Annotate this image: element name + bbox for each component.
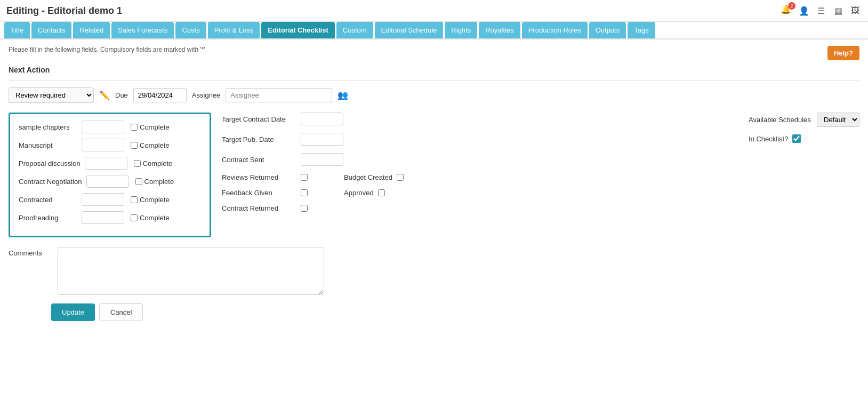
page-title: Editing - Editorial demo 1: [6, 5, 122, 17]
comments-label: Comments: [9, 249, 51, 257]
checklist-item-label: Contract Negotiation: [19, 178, 82, 186]
checklist-complete-label: Complete: [143, 159, 173, 167]
checklist-complete-checkbox[interactable]: [135, 178, 142, 185]
next-action-row: Review required Pending Complete ✏️ Due …: [9, 87, 859, 103]
tab-costs[interactable]: Costs: [175, 22, 206, 38]
target-pub-date-input[interactable]: [301, 133, 343, 146]
contract-sent-input[interactable]: [301, 153, 343, 166]
tab-outputs[interactable]: Outputs: [589, 22, 626, 38]
tab-title[interactable]: Title: [4, 22, 30, 38]
due-label: Due: [115, 91, 128, 99]
status-select[interactable]: Review required Pending Complete: [9, 87, 94, 103]
list-view-icon[interactable]: ☰: [815, 4, 827, 17]
checklist-complete-checkbox[interactable]: [131, 196, 138, 203]
feedback-given-label: Feedback Given: [222, 189, 296, 197]
cancel-button[interactable]: Cancel: [99, 303, 143, 321]
tab-custom[interactable]: Custom: [336, 22, 373, 38]
tab-editorial-schedule[interactable]: Editorial Schedule: [375, 22, 444, 38]
checklist-row: Contracted Complete: [19, 193, 201, 206]
section-title: Next Action: [9, 66, 859, 74]
checklist-complete-checkbox[interactable]: [134, 160, 141, 167]
checklist-complete-checkbox[interactable]: [131, 214, 138, 221]
header-icons: 🔔 2 👤 ☰ ▦ 🖼: [781, 4, 862, 17]
far-right-panel: Available Schedules Default In Checklist…: [749, 113, 859, 237]
tab-contacts[interactable]: Contacts: [31, 22, 71, 38]
contract-returned-label: Contract Returned: [222, 204, 296, 212]
checklist-date-field[interactable]: [86, 175, 129, 188]
checklist-complete-row: Complete: [131, 214, 170, 222]
checklist-complete-row: Complete: [131, 123, 170, 131]
target-pub-date-row: Target Pub. Date: [222, 133, 738, 146]
tab-related[interactable]: Related: [73, 22, 110, 38]
reviews-returned-label: Reviews Returned: [222, 173, 296, 181]
update-button[interactable]: Update: [51, 303, 95, 321]
checklist-complete-label: Complete: [140, 196, 170, 204]
budget-created-label: Budget Created: [344, 173, 392, 181]
field-rows: Target Contract Date Target Pub. Date Co…: [222, 113, 738, 212]
checklist-date-field[interactable]: [82, 121, 124, 133]
tab-profit-&-loss[interactable]: Profit & Loss: [208, 22, 260, 38]
tab-bar: TitleContactsRelatedSales ForecastsCosts…: [0, 22, 868, 39]
feedback-given-checkbox[interactable]: [301, 189, 308, 196]
user-icon[interactable]: 👤: [798, 4, 810, 17]
reviews-returned-checkbox[interactable]: [301, 174, 308, 181]
people-icon[interactable]: 👥: [337, 90, 348, 100]
checklist-complete-row: Complete: [135, 178, 174, 186]
middle-panel: Target Contract Date Target Pub. Date Co…: [222, 113, 738, 237]
target-contract-date-label: Target Contract Date: [222, 115, 296, 123]
checklist-date-field[interactable]: [82, 139, 124, 151]
comments-textarea[interactable]: [58, 247, 324, 295]
checklist-complete-checkbox[interactable]: [131, 124, 138, 131]
contract-sent-label: Contract Sent: [222, 156, 296, 164]
target-contract-date-input[interactable]: [301, 113, 343, 125]
tab-royalties[interactable]: Royalties: [479, 22, 520, 38]
due-date-input[interactable]: [133, 88, 187, 102]
in-checklist-label: In Checklist?: [749, 135, 788, 143]
schedules-row: Available Schedules Default: [749, 113, 859, 127]
approved-label: Approved: [344, 189, 374, 197]
checklist-box: sample chapters Complete Manuscript Comp…: [9, 113, 211, 237]
checklist-complete-row: Complete: [134, 159, 173, 167]
checklist-item-label: Proofreading: [19, 214, 77, 222]
notification-badge: 2: [788, 2, 795, 10]
checklist-date-field[interactable]: [85, 157, 127, 170]
checklist-complete-label: Complete: [140, 214, 170, 222]
reviews-returned-row: Reviews Returned Budget Created: [222, 173, 738, 181]
tab-production-roles[interactable]: Production Roles: [522, 22, 588, 38]
checklist-item-label: Contracted: [19, 196, 77, 204]
header: Editing - Editorial demo 1 🔔 2 👤 ☰ ▦ 🖼: [0, 0, 868, 22]
checklist-item-label: Manuscript: [19, 141, 77, 149]
tab-tags[interactable]: Tags: [628, 22, 655, 38]
tab-editorial-checklist[interactable]: Editorial Checklist: [261, 22, 334, 38]
tab-sales-forecasts[interactable]: Sales Forecasts: [111, 22, 174, 38]
feedback-given-row: Feedback Given Approved: [222, 189, 738, 197]
schedules-label: Available Schedules: [749, 116, 813, 124]
checklist-complete-label: Complete: [140, 123, 170, 131]
budget-created-checkbox[interactable]: [397, 174, 404, 181]
target-contract-date-row: Target Contract Date: [222, 113, 738, 125]
image-icon[interactable]: 🖼: [849, 4, 862, 17]
info-text: Please fill in the following fields. Com…: [9, 46, 207, 53]
edit-pencil-icon[interactable]: ✏️: [99, 90, 110, 100]
content-row: sample chapters Complete Manuscript Comp…: [9, 113, 859, 237]
checklist-date-field[interactable]: [82, 193, 124, 206]
tab-rights[interactable]: Rights: [445, 22, 477, 38]
help-button[interactable]: Help?: [827, 46, 859, 60]
notification-icon[interactable]: 🔔 2: [781, 4, 793, 17]
checklist-complete-checkbox[interactable]: [131, 142, 138, 149]
main-content: Please fill in the following fields. Com…: [0, 39, 868, 408]
assignee-input[interactable]: [226, 88, 332, 102]
checklist-row: Contract Negotiation Complete: [19, 175, 201, 188]
contract-returned-checkbox[interactable]: [301, 205, 308, 212]
contract-sent-row: Contract Sent: [222, 153, 738, 166]
checklist-date-field[interactable]: [82, 211, 124, 224]
checklist-item-label: Proposal discussion: [19, 159, 81, 167]
checklist-row: Proposal discussion Complete: [19, 157, 201, 170]
target-pub-date-label: Target Pub. Date: [222, 135, 296, 143]
grid-view-icon[interactable]: ▦: [832, 4, 845, 17]
in-checklist-checkbox[interactable]: [792, 134, 801, 143]
approved-checkbox[interactable]: [378, 189, 385, 196]
schedules-select[interactable]: Default: [817, 113, 859, 127]
checklist-complete-row: Complete: [131, 141, 170, 149]
button-row: Update Cancel: [51, 303, 859, 321]
